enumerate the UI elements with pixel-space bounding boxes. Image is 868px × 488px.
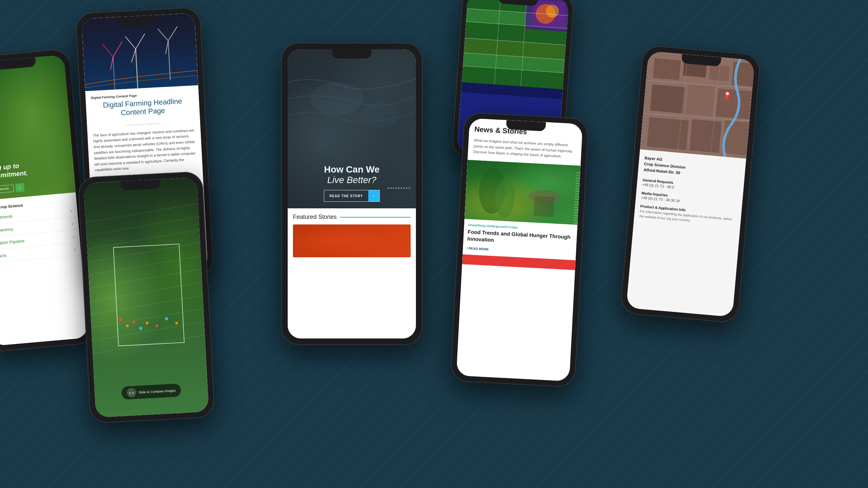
how-bottom: Featured Stories <box>288 208 416 338</box>
svg-line-9 <box>102 44 113 58</box>
phone-4: ‹ › Slide to Compare Images <box>78 171 215 424</box>
story-image-bg <box>293 224 411 257</box>
svg-line-2 <box>135 34 145 49</box>
read-story-button[interactable]: READ THE STORY › <box>324 190 380 202</box>
svg-line-18 <box>88 256 202 275</box>
svg-line-4 <box>168 41 170 80</box>
nav-item-arrow: › <box>74 247 75 252</box>
news-card: Unearthing Underground Crops Food Trends… <box>462 160 580 270</box>
news-card-body: Unearthing Underground Crops Food Trends… <box>463 219 577 260</box>
hero-text: About Us Living up tor commitment. <box>0 156 28 181</box>
news-card-image <box>465 160 581 225</box>
scroll-line <box>388 188 411 189</box>
phone-7-content: Bayer AG Crop Science Division Alfred-No… <box>626 51 754 317</box>
company-info: Bayer AG Crop Science Division Alfred-No… <box>643 155 740 181</box>
svg-point-26 <box>119 318 122 321</box>
svg-rect-66 <box>689 119 722 153</box>
svg-point-30 <box>146 322 148 324</box>
svg-line-23 <box>91 322 205 341</box>
svg-line-14 <box>85 203 199 223</box>
map-svg <box>640 51 755 158</box>
phone-3-screen: How Can We Live Better? READ THE STORY ›… <box>288 49 416 338</box>
digital-headline: Digital Farming Headline Content Page <box>91 96 194 119</box>
nav-item-label: Transparency <box>0 226 13 234</box>
nav-item-arrow: › <box>70 208 72 213</box>
phone-1-hero: About Us Living up tor commitment. LEARN… <box>0 55 75 201</box>
svg-rect-60 <box>709 65 730 81</box>
svg-rect-64 <box>715 88 752 119</box>
svg-point-13 <box>360 102 400 128</box>
phone-1-content: About Us Living up tor commitment. LEARN… <box>0 55 88 346</box>
nav-items: About Crop Science Commitments › Transpa… <box>0 192 82 266</box>
svg-line-21 <box>90 295 204 315</box>
phone-7-screen: Bayer AG Crop Science Division Alfred-No… <box>626 51 754 317</box>
svg-line-20 <box>89 282 203 301</box>
scene: About Us Living up tor commitment. LEARN… <box>0 0 868 488</box>
compare-label: Slide to Compare Images <box>138 388 176 394</box>
digital-content: Digital Farming Content Page Digital Far… <box>85 85 203 179</box>
news-body: What we imagine and what we achieve are … <box>473 137 577 160</box>
svg-rect-67 <box>722 120 749 155</box>
svg-line-0 <box>136 49 138 88</box>
svg-rect-65 <box>647 117 688 150</box>
svg-line-5 <box>158 28 168 41</box>
field-grid-svg <box>84 177 209 417</box>
read-story-text: READ THE STORY <box>324 192 368 200</box>
svg-point-33 <box>175 322 178 324</box>
phone-6: News & Stories What we imagine and what … <box>450 112 589 388</box>
scroll-indicator <box>388 188 411 189</box>
phone-4-content: ‹ › Slide to Compare Images <box>84 177 209 417</box>
featured-stories-title: Featured Stories <box>293 214 337 221</box>
svg-point-32 <box>165 317 168 321</box>
featured-stories-header: Featured Stories <box>293 214 411 221</box>
svg-point-12 <box>311 82 363 115</box>
how-hero: How Can We Live Better? READ THE STORY › <box>288 49 416 208</box>
phone-1-screen: About Us Living up tor commitment. LEARN… <box>0 55 88 346</box>
svg-line-15 <box>86 217 199 236</box>
how-subtitle: Live Better? <box>288 175 416 185</box>
nav-item-label: Commitments <box>0 214 13 221</box>
learn-more-arrow[interactable]: › <box>15 183 24 192</box>
product-application: Product & Application Info For informati… <box>639 204 736 227</box>
svg-point-31 <box>156 324 158 327</box>
svg-rect-56 <box>534 196 554 217</box>
svg-line-8 <box>113 57 115 90</box>
how-title: How Can We <box>288 165 416 175</box>
svg-rect-62 <box>650 85 685 113</box>
how-hero-text: How Can We Live Better? <box>288 165 416 185</box>
read-story-arrow-icon: › <box>368 190 379 201</box>
svg-rect-63 <box>686 84 715 116</box>
featured-stories-line <box>340 217 411 218</box>
nav-item-label: Products <box>0 253 7 259</box>
svg-line-6 <box>167 26 178 41</box>
nav-item-arrow: › <box>71 221 73 226</box>
nav-item-arrow: › <box>73 234 74 239</box>
phone-3: How Can We Live Better? READ THE STORY ›… <box>281 43 423 345</box>
phone-3-notch <box>332 49 372 59</box>
svg-rect-25 <box>114 244 184 346</box>
digital-divider <box>92 118 195 129</box>
svg-point-28 <box>132 321 135 323</box>
divider-line <box>127 123 160 126</box>
contact-info: Bayer AG Crop Science Division Alfred-No… <box>633 149 746 237</box>
svg-point-29 <box>139 327 143 330</box>
phone-7: Bayer AG Crop Science Division Alfred-No… <box>620 45 761 323</box>
compare-arrows-icon: ‹ › <box>127 388 136 397</box>
svg-point-27 <box>126 324 129 327</box>
contact-map <box>640 51 755 158</box>
digital-body: The face of agriculture has changed: tra… <box>93 128 197 173</box>
svg-line-22 <box>90 308 204 328</box>
nav-item-label: Innovation Pipeline <box>0 238 25 247</box>
phone-6-content: News & Stories What we imagine and what … <box>456 118 583 382</box>
phone-3-content: How Can We Live Better? READ THE STORY ›… <box>288 49 416 338</box>
phone-6-screen: News & Stories What we imagine and what … <box>456 118 583 382</box>
featured-stories-image <box>293 224 411 257</box>
plant-svg <box>465 160 581 225</box>
phone-4-screen: ‹ › Slide to Compare Images <box>84 177 209 417</box>
news-card-title: Food Trends and Global Hunger Through In… <box>467 228 573 248</box>
svg-rect-58 <box>653 58 681 80</box>
svg-line-10 <box>113 41 123 57</box>
read-more-link[interactable]: READ MORE <box>467 247 489 251</box>
svg-line-19 <box>88 269 202 288</box>
svg-line-1 <box>125 36 136 50</box>
